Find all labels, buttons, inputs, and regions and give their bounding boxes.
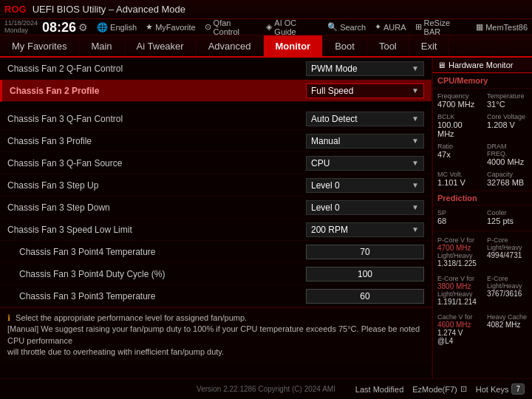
info-line2: [Manual] We suggest raising your fan/pum… — [7, 324, 420, 344]
chassis-fan3-pt4duty-value[interactable]: 100 — [306, 267, 424, 282]
chassis-fan3-pt4duty-label: Chassis Fan 3 Point4 Duty Cycle (%) — [7, 269, 306, 279]
ecore-r-label: E-Core — [487, 275, 528, 282]
capacity-label: Capacity — [487, 171, 528, 178]
chassis-fan3-pt3temp-value[interactable]: 60 — [306, 289, 424, 304]
corevolt-label: Core Voltage — [487, 113, 528, 120]
star-icon: ★ — [146, 22, 153, 32]
nav-myfavorites[interactable]: My Favorites — [0, 35, 79, 56]
chassis-fan3-stepup-label: Chassis Fan 3 Step Up — [7, 180, 306, 191]
ratio-value: 47x — [437, 150, 478, 159]
chassis-fan3-pt4duty-row: Chassis Fan 3 Point4 Duty Cycle (%) 100 — [0, 263, 432, 285]
dropdown-arrow-3: ▼ — [412, 115, 419, 123]
chassis-fan3-stepup-dropdown[interactable]: Level 0 ▼ — [306, 178, 424, 193]
info-bar: 11/18/2024 Monday 08:26 ⚙ 🌐 English ★ My… — [0, 19, 532, 35]
dropdown-arrow-6: ▼ — [412, 181, 419, 189]
prediction-sp-grid: SP 68 Cooler 125 pts — [433, 205, 532, 229]
hw-monitor-title: Hardware Monitor — [449, 61, 513, 69]
nav-main[interactable]: Main — [79, 35, 124, 56]
lang-selector[interactable]: 🌐 English — [97, 22, 137, 33]
freq-value: 4700 MHz — [437, 100, 478, 109]
search-icon: 🔍 — [327, 22, 338, 32]
pcore-r-label: P-Core — [487, 236, 528, 244]
info-box: ℹ Select the appropriate performance lev… — [0, 307, 432, 363]
aura-button[interactable]: ✦ AURA — [375, 22, 406, 32]
dropdown-arrow-5: ▼ — [412, 159, 419, 167]
chassis-fan3-stepup-row: Chassis Fan 3 Step Up Level 0 ▼ — [0, 174, 432, 197]
corevolt-cell: Core Voltage 1.208 V — [482, 111, 532, 140]
main-layout: Chassis Fan 2 Q-Fan Control PWM Mode ▼ C… — [0, 58, 532, 378]
dropdown-arrow-2: ▼ — [412, 86, 419, 95]
aura-icon: ✦ — [375, 22, 381, 32]
spacer — [0, 102, 432, 108]
temp-label: Temperature — [487, 92, 528, 100]
nav-exit[interactable]: Exit — [409, 35, 450, 56]
freq-cell: Frequency 4700 MHz — [433, 90, 482, 111]
chassis-fan3-profile-dropdown[interactable]: Manual ▼ — [306, 134, 424, 149]
bclk-label: BCLK — [437, 113, 478, 120]
search-button[interactable]: 🔍 Search — [327, 22, 366, 32]
nav-advanced[interactable]: Advanced — [197, 35, 264, 56]
bclk-value: 100.00 MHz — [437, 120, 478, 138]
nav-aitweaker[interactable]: Ai Tweaker — [125, 35, 197, 56]
ai-icon: ◈ — [266, 22, 272, 32]
cache-lh-label: Cache V for — [437, 313, 478, 321]
settings-icon: ⚙ — [78, 21, 88, 33]
pcore-lh-val3: 1.318/1.225 — [437, 259, 478, 267]
chassis-fan2-qfan-dropdown[interactable]: PWM Mode ▼ — [306, 61, 424, 76]
hotkeys-button[interactable]: Hot Keys 7 — [476, 383, 525, 395]
chassis-fan3-qfan-row: Chassis Fan 3 Q-Fan Control Auto Detect … — [0, 108, 432, 130]
chassis-fan3-qfan-label: Chassis Fan 3 Q-Fan Control — [7, 114, 306, 124]
ecore-lh-val2: Light/Heavy — [437, 290, 478, 298]
resize-icon: ⊞ — [415, 22, 422, 32]
nav-bar: My Favorites Main Ai Tweaker Advanced Mo… — [0, 35, 532, 58]
ecore-lh-val1: 3800 MHz — [437, 282, 478, 290]
chassis-fan3-source-dropdown[interactable]: CPU ▼ — [306, 156, 424, 171]
footer-bar: Version 2.22.1286 Copyright (C) 2024 AMI… — [0, 378, 532, 399]
nav-monitor[interactable]: Monitor — [264, 35, 324, 56]
ratio-cell: Ratio 47x — [433, 140, 482, 168]
chassis-fan3-pt3temp-row: Chassis Fan 3 Point3 Temperature 60 — [0, 285, 432, 307]
cache-lh-val1: 4600 MHz — [437, 321, 478, 329]
myfav-button[interactable]: ★ MyFavorite — [146, 22, 195, 32]
hotkeys-label: Hot Keys — [476, 385, 509, 394]
ecore-r-val1: 3767/3616 — [487, 290, 528, 298]
cooler-cell: Cooler 125 pts — [482, 207, 532, 228]
chassis-fan3-pt4temp-row: Chassis Fan 3 Point4 Temperature 70 — [0, 241, 432, 263]
dropdown-arrow-8: ▼ — [412, 225, 419, 233]
mcvolt-cell: MC Volt. 1.101 V — [433, 168, 482, 189]
cpu-memory-title: CPU/Memory — [433, 73, 532, 89]
version-text: Version 2.22.1286 Copyright (C) 2024 AMI — [197, 385, 335, 393]
chassis-fan2-profile-dropdown[interactable]: Full Speed ▼ — [306, 83, 424, 98]
chassis-fan3-lowlimit-dropdown[interactable]: 200 RPM ▼ — [306, 222, 424, 237]
capacity-value: 32768 MB — [487, 178, 528, 187]
ezmode-button[interactable]: EzMode(F7) ⊡ — [412, 384, 467, 394]
day-display: Monday — [4, 27, 38, 35]
qfan-button[interactable]: ⊙ Qfan Control — [205, 18, 258, 36]
dropdown-arrow: ▼ — [412, 64, 419, 72]
nav-tool[interactable]: Tool — [367, 35, 409, 56]
last-modified-button[interactable]: Last Modified — [355, 385, 403, 394]
chassis-fan3-qfan-dropdown[interactable]: Auto Detect ▼ — [306, 112, 424, 126]
aioc-button[interactable]: ◈ AI OC Guide — [266, 18, 318, 36]
chassis-fan3-stepdown-label: Chassis Fan 3 Step Down — [7, 202, 306, 213]
chassis-fan3-stepdown-dropdown[interactable]: Level 0 ▼ — [306, 200, 424, 215]
mem-icon: ▦ — [476, 22, 483, 32]
settings-panel: Chassis Fan 2 Q-Fan Control PWM Mode ▼ C… — [0, 58, 432, 378]
nav-boot[interactable]: Boot — [323, 35, 367, 56]
chassis-fan3-source-label: Chassis Fan 3 Q-Fan Source — [7, 158, 306, 168]
lang-label: English — [110, 23, 137, 32]
memtest-button[interactable]: ▦ MemTest86 — [476, 22, 528, 32]
ecore-lh-ref: Light/Heavy — [487, 282, 528, 290]
chassis-fan3-pt4temp-value[interactable]: 70 — [306, 245, 424, 259]
resizebar-button[interactable]: ⊞ ReSize BAR — [415, 18, 468, 36]
mcvolt-value: 1.101 V — [437, 178, 478, 187]
bclk-cell: BCLK 100.00 MHz — [433, 111, 482, 140]
monitor-icon: 🖥 — [437, 61, 446, 69]
hw-monitor-panel: 🖥 Hardware Monitor CPU/Memory Frequency … — [432, 58, 532, 378]
ezmode-label: EzMode(F7) — [412, 385, 457, 394]
chassis-fan3-lowlimit-label: Chassis Fan 3 Speed Low Limit — [7, 225, 306, 235]
chassis-fan2-profile-row: Chassis Fan 2 Profile Full Speed ▼ — [0, 80, 432, 102]
info-icon: ℹ — [7, 313, 10, 322]
pcore-grid: P-Core V for 4700 MHz Light/Heavy 1.318/… — [433, 233, 532, 271]
cache-lh-cell: Cache V for 4600 MHz 1.274 V @L4 — [433, 311, 482, 347]
